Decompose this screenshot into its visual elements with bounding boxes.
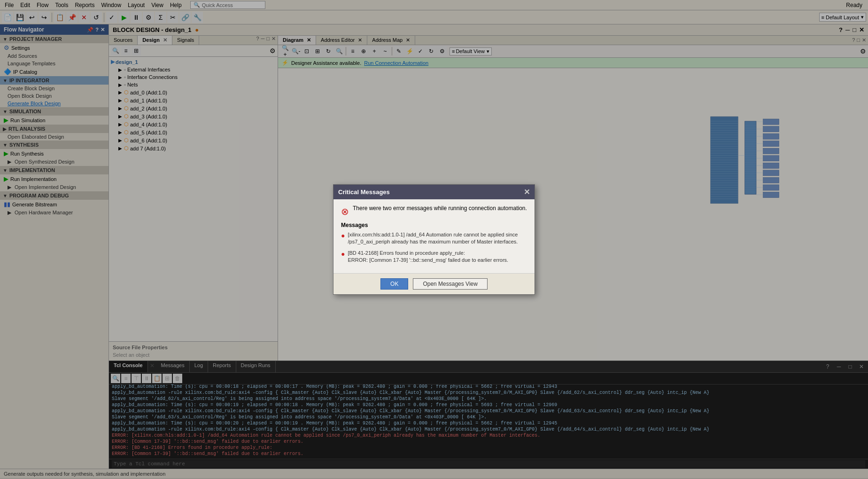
modal-error-icon: ⊗ — [341, 206, 349, 217]
modal-body: ⊗ There were two error messages while ru… — [333, 199, 535, 274]
critical-messages-dialog: Critical Messages ✕ ⊗ There were two err… — [333, 184, 535, 295]
modal-message-0: ● [xilinx.com:hls:add:1.0-1] /add_64 Aut… — [341, 231, 527, 246]
modal-msg-icon-0: ● — [341, 232, 345, 239]
modal-message-1: ● [BD 41-2168] Errors found in procedure… — [341, 250, 527, 264]
modal-footer: OK Open Messages View — [333, 273, 535, 294]
modal-msg-icon-1: ● — [341, 250, 345, 258]
modal-overlay[interactable]: Critical Messages ✕ ⊗ There were two err… — [0, 0, 868, 479]
modal-error-row: ⊗ There were two error messages while ru… — [341, 205, 527, 217]
modal-close-icon[interactable]: ✕ — [524, 188, 530, 196]
modal-msg-text-1: [BD 41-2168] Errors found in procedure a… — [348, 250, 508, 264]
modal-open-messages-button[interactable]: Open Messages View — [413, 278, 488, 290]
modal-summary: There were two error messages while runn… — [353, 205, 527, 212]
modal-title: Critical Messages — [338, 188, 390, 196]
modal-header: Critical Messages ✕ — [333, 185, 535, 199]
modal-messages-title: Messages — [341, 222, 527, 228]
modal-ok-button[interactable]: OK — [380, 278, 408, 290]
modal-msg-text-0: [xilinx.com:hls:add:1.0-1] /add_64 Autom… — [348, 231, 527, 246]
